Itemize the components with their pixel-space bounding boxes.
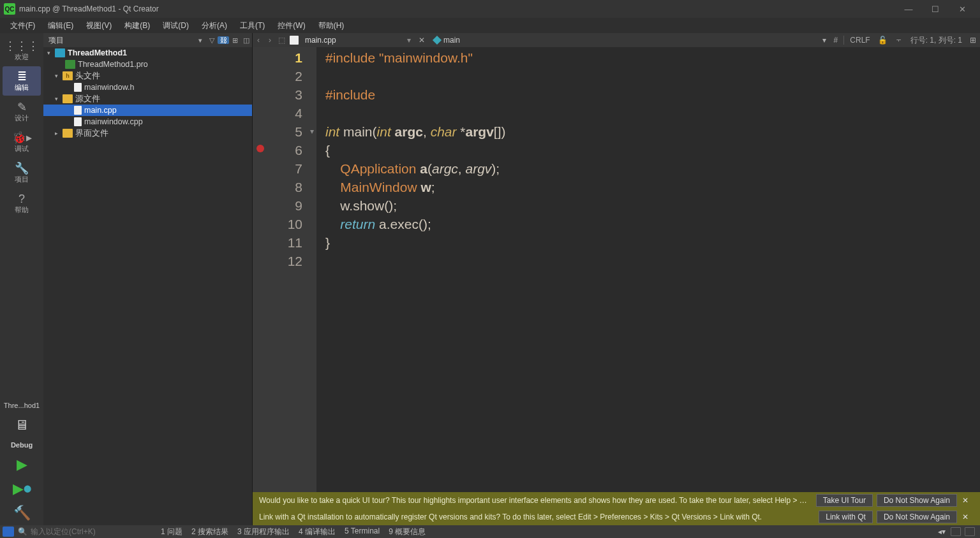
banner-message: Link with a Qt installation to automatic… <box>259 513 815 521</box>
symbol-icon <box>433 36 442 45</box>
mode-selector: ⋮⋮⋮欢迎≣编辑✎设计🐞▸调试🔧项目?帮助 Thre...hod1 🖥 Debu… <box>0 33 43 525</box>
locator[interactable]: 🔍 <box>18 527 152 536</box>
output-pane-0[interactable]: 1 问题 <box>161 527 182 537</box>
breakpoint-margin[interactable] <box>253 47 268 492</box>
symbol-dropdown-icon[interactable]: ▾ <box>819 36 830 45</box>
output-pane-1[interactable]: 2 搜索结果 <box>191 527 228 537</box>
cursor-position[interactable]: 行号: 1, 列号: 1 <box>907 35 966 46</box>
output-dropdown-icon[interactable]: ◂▾ <box>933 527 951 536</box>
output-panes: 1 问题2 搜索结果3 应用程序输出4 编译输出5 Terminal9 概要信息 <box>152 527 933 537</box>
debug-run-button[interactable]: ▶⬤ <box>13 477 31 501</box>
nav-back-icon[interactable]: ‹ <box>253 36 264 45</box>
mode-编辑[interactable]: ≣编辑 <box>3 66 41 96</box>
tree-sources-folder[interactable]: ▾源文件 <box>43 93 252 105</box>
build-button[interactable]: 🔨 <box>13 501 31 525</box>
add-icon[interactable]: ⊞ <box>229 36 241 45</box>
output-pane-3[interactable]: 4 编译输出 <box>299 527 336 537</box>
banner-1: Link with a Qt installation to automatic… <box>253 509 980 525</box>
fold-column[interactable]: ▾ <box>308 47 316 492</box>
title-bar: QC main.cpp @ ThreadMethod1 - Qt Creator… <box>0 0 980 18</box>
nav-forward-icon[interactable]: › <box>264 36 276 45</box>
menu-item-7[interactable]: 控件(W) <box>271 18 311 33</box>
link-editor-icon[interactable]: ⛓ <box>218 36 229 44</box>
kit-config-label[interactable]: Debug <box>3 437 41 453</box>
menu-item-8[interactable]: 帮助(H) <box>312 18 351 33</box>
menu-item-3[interactable]: 构建(B) <box>118 18 156 33</box>
open-file-name[interactable]: main.cpp <box>301 36 403 45</box>
mode-帮助[interactable]: ?帮助 <box>3 189 41 218</box>
status-right-controls <box>951 527 977 536</box>
toggle-left-sidebar-button[interactable] <box>3 527 14 537</box>
mode-项目[interactable]: 🔧项目 <box>3 158 41 187</box>
split-panel-icon[interactable]: ◫ <box>241 36 252 45</box>
status-bar: 🔍 1 问题2 搜索结果3 应用程序输出4 编译输出5 Terminal9 概要… <box>0 525 980 538</box>
more-editor-icon[interactable]: ⊞ <box>966 36 980 45</box>
project-panel: 项目 ▾ ▽ ⛓ ⊞ ◫ ▾ThreadMethod1 ThreadMethod… <box>43 33 253 525</box>
banner-secondary-button[interactable]: Do Not Show Again <box>877 494 957 507</box>
mode-调试[interactable]: 🐞▸调试 <box>3 127 41 157</box>
line-number-gutter[interactable]: 123456789101112 <box>268 47 308 492</box>
banner-close-icon[interactable]: ✕ <box>957 496 974 505</box>
split-editor-icon[interactable]: ⫟ <box>891 36 907 45</box>
outline-hash[interactable]: # <box>830 36 842 45</box>
close-file-icon[interactable]: ✕ <box>415 36 429 45</box>
progress-details-button[interactable] <box>951 527 961 536</box>
readonly-icon[interactable]: 🔓 <box>874 36 891 45</box>
editor-toolbar: ‹ › ⬚ main.cpp ▾ ✕ main ▾ # CRLF 🔓 ⫟ 行号:… <box>253 33 980 47</box>
notification-area: Would you like to take a quick UI tour? … <box>253 492 980 525</box>
tree-project-root[interactable]: ▾ThreadMethod1 <box>43 47 252 59</box>
window-title: main.cpp @ ThreadMethod1 - Qt Creator <box>19 4 900 13</box>
tree-main-cpp[interactable]: main.cpp <box>43 105 252 116</box>
menu-item-2[interactable]: 视图(V) <box>80 18 118 33</box>
locator-input[interactable] <box>31 527 145 536</box>
banner-primary-button[interactable]: Link with Qt <box>819 511 873 523</box>
project-tree[interactable]: ▾ThreadMethod1 ThreadMethod1.pro ▾头文件 ma… <box>43 47 252 525</box>
banner-0: Would you like to take a quick UI tour? … <box>253 492 980 509</box>
tree-forms-folder[interactable]: ▸界面文件 <box>43 127 252 139</box>
kit-target-icon[interactable]: 🖥 <box>3 413 41 437</box>
filter-icon[interactable]: ▽ <box>206 36 218 45</box>
panel-dropdown-icon[interactable]: ▾ <box>195 36 206 45</box>
file-dropdown-icon[interactable]: ▾ <box>403 36 415 45</box>
minimize-button[interactable]: — <box>900 4 917 14</box>
banner-close-icon[interactable]: ✕ <box>957 513 974 521</box>
output-pane-2[interactable]: 3 应用程序输出 <box>237 527 290 537</box>
menu-item-4[interactable]: 调试(D) <box>156 18 195 33</box>
editor-area: ‹ › ⬚ main.cpp ▾ ✕ main ▾ # CRLF 🔓 ⫟ 行号:… <box>253 33 980 525</box>
banner-secondary-button[interactable]: Do Not Show Again <box>877 511 957 523</box>
output-pane-5[interactable]: 9 概要信息 <box>389 527 426 537</box>
project-panel-header: 项目 ▾ ▽ ⛓ ⊞ ◫ <box>43 33 252 47</box>
mode-欢迎[interactable]: ⋮⋮⋮欢迎 <box>3 36 41 65</box>
tree-header-file[interactable]: mainwindow.h <box>43 82 252 93</box>
code-text[interactable]: #include "mainwindow.h" #include int mai… <box>316 47 980 492</box>
banner-message: Would you like to take a quick UI tour? … <box>259 496 812 505</box>
code-editor[interactable]: 123456789101112 ▾ #include "mainwindow.h… <box>253 47 980 492</box>
menu-item-0[interactable]: 文件(F) <box>4 18 41 33</box>
output-pane-4[interactable]: 5 Terminal <box>345 527 380 537</box>
toggle-right-sidebar-button[interactable] <box>965 527 975 536</box>
search-icon: 🔍 <box>18 527 27 536</box>
app-logo: QC <box>4 3 15 15</box>
kit-project-label[interactable]: Thre...hod1 <box>3 398 41 413</box>
menu-item-5[interactable]: 分析(A) <box>195 18 234 33</box>
project-panel-title: 项目 <box>48 35 195 46</box>
mode-设计[interactable]: ✎设计 <box>3 97 41 126</box>
tree-mainwindow-cpp[interactable]: mainwindow.cpp <box>43 116 252 127</box>
lock-icon[interactable]: ⬚ <box>276 36 287 45</box>
run-button[interactable]: ▶ <box>17 453 27 477</box>
menu-item-6[interactable]: 工具(T) <box>234 18 271 33</box>
file-type-icon <box>290 36 299 45</box>
tree-headers-folder[interactable]: ▾头文件 <box>43 70 252 82</box>
line-ending-label[interactable]: CRLF <box>846 36 873 45</box>
window-controls: — ☐ ✕ <box>900 4 976 14</box>
tree-pro-file[interactable]: ThreadMethod1.pro <box>43 59 252 70</box>
menu-bar[interactable]: 文件(F)编辑(E)视图(V)构建(B)调试(D)分析(A)工具(T)控件(W)… <box>0 18 980 33</box>
banner-primary-button[interactable]: Take UI Tour <box>816 494 873 507</box>
close-button[interactable]: ✕ <box>953 4 971 14</box>
menu-item-1[interactable]: 编辑(E) <box>41 18 80 33</box>
maximize-button[interactable]: ☐ <box>926 4 944 14</box>
symbol-selector[interactable]: main <box>429 36 465 45</box>
